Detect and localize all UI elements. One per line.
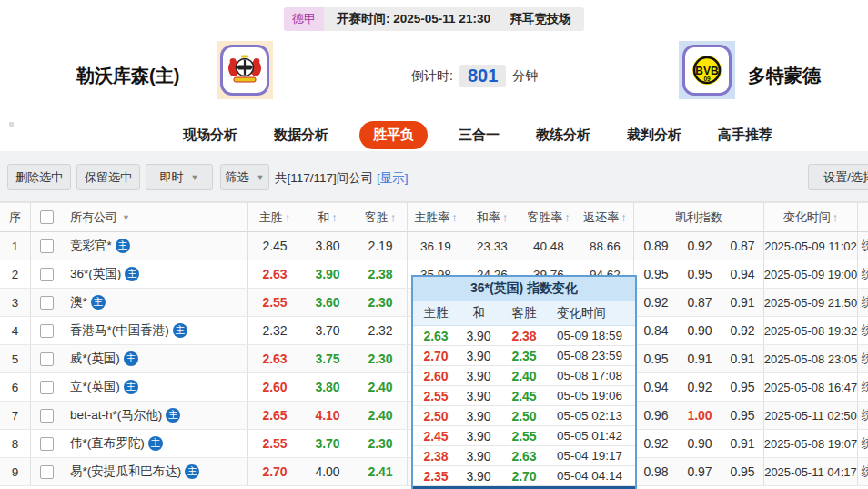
col-header-change-time[interactable]: 变化时间↑	[764, 203, 858, 231]
company-name[interactable]: bet-at-h*(马尔他)主	[62, 402, 248, 429]
away-odds[interactable]: 2.30	[354, 345, 408, 372]
company-name[interactable]: 香港马*(中国香港)主	[62, 317, 248, 344]
home-badge-icon: 主	[124, 351, 138, 366]
table-header-row: 序所有公司▼主胜↑和↑客胜↑主胜率↑和率↑客胜率↑返还率↑凯利指数变化时间↑	[0, 202, 868, 232]
row-checkbox[interactable]	[40, 352, 54, 366]
row-checkbox[interactable]	[40, 268, 54, 281]
home-odds[interactable]: 2.45	[248, 232, 301, 260]
popup-change-time: 05-04 19:17	[550, 446, 635, 465]
col-header-home-rate[interactable]: 主胜率↑	[408, 203, 464, 231]
popup-col-draw-value: 3.90	[459, 366, 499, 385]
popup-odds-row: 2.353.902.7005-04 04:14	[413, 466, 635, 486]
company-name[interactable]: 易*(安提瓜和巴布达)主	[62, 458, 248, 485]
row-select	[31, 345, 62, 372]
show-link[interactable]: [显示]	[377, 171, 409, 185]
popup-col-home-value: 2.50	[413, 406, 459, 425]
away-odds[interactable]: 2.30	[354, 289, 408, 316]
home-odds[interactable]: 2.70	[248, 458, 301, 485]
popup-col-draw-value: 3.90	[459, 346, 499, 365]
tab-win-draw-loss[interactable]: 胜平负	[359, 121, 428, 149]
draw-odds[interactable]: 3.75	[301, 345, 354, 372]
col-header-home-odds[interactable]: 主胜↑	[248, 203, 301, 231]
company-name[interactable]: 威*(英国)主	[62, 345, 248, 372]
company-name[interactable]: 竞彩官*主	[62, 232, 248, 260]
popup-col-time: 变化时间	[550, 301, 635, 325]
change-time: 2025-05-09 11:02	[764, 232, 858, 260]
home-odds[interactable]: 2.55	[248, 289, 301, 316]
popup-col-home-value: 2.63	[413, 326, 459, 345]
home-team-name: 勒沃库森(主)	[76, 64, 179, 88]
col-header-return-rate[interactable]: 返还率↑	[577, 203, 634, 231]
filter-select[interactable]: 筛选▼	[220, 164, 269, 190]
popup-col-draw: 和	[459, 301, 499, 325]
select-all-checkbox[interactable]	[40, 210, 54, 224]
sort-up-icon: ↑	[331, 210, 338, 224]
away-odds[interactable]: 2.38	[354, 260, 408, 288]
draw-odds[interactable]: 4.10	[301, 402, 354, 429]
home-odds[interactable]: 2.65	[248, 402, 301, 429]
home-odds[interactable]: 2.55	[248, 430, 301, 457]
keep-selected-button[interactable]: 保留选中	[76, 164, 140, 190]
company-name[interactable]: 立*(英国)主	[62, 373, 248, 401]
draw-odds[interactable]: 3.80	[301, 232, 354, 260]
change-time: 2025-05-08 23:05	[764, 345, 858, 372]
row-checkbox[interactable]	[40, 239, 54, 253]
popup-col-draw-value: 3.90	[459, 426, 499, 445]
home-odds[interactable]: 2.63	[248, 345, 301, 372]
away-odds[interactable]: 2.30	[354, 430, 408, 457]
row-select	[31, 232, 62, 260]
home-odds[interactable]: 2.60	[248, 373, 301, 401]
col-header-away-rate[interactable]: 客胜率↑	[520, 203, 577, 231]
kelly-home: 0.95	[634, 345, 678, 372]
col-header-seq: 序	[0, 203, 31, 231]
row-checkbox[interactable]	[40, 296, 54, 310]
settings-select-button[interactable]: 设置/选择	[808, 164, 868, 190]
kelly-draw: 0.97	[678, 458, 722, 485]
away-odds[interactable]: 2.19	[354, 232, 408, 260]
row-checkbox[interactable]	[40, 381, 54, 394]
tab-three-in-one[interactable]: 三合一	[453, 121, 505, 149]
col-header-draw-rate[interactable]: 和率↑	[464, 203, 520, 231]
league-badge[interactable]: 德甲	[284, 7, 324, 31]
row-checkbox[interactable]	[40, 437, 54, 451]
draw-odds[interactable]: 3.80	[301, 373, 354, 401]
tab-coach-analysis[interactable]: 教练分析	[530, 121, 596, 149]
away-odds[interactable]: 2.32	[354, 317, 408, 344]
away-odds[interactable]: 2.41	[354, 458, 408, 485]
sort-up-icon: ↑	[833, 210, 839, 224]
away-odds[interactable]: 2.40	[354, 373, 408, 401]
row-checkbox[interactable]	[40, 465, 54, 479]
col-header-company[interactable]: 所有公司▼	[62, 203, 248, 231]
draw-odds[interactable]: 3.60	[301, 289, 354, 316]
popup-col-home-value: 2.60	[413, 366, 459, 385]
company-name[interactable]: 36*(英国)主	[62, 260, 248, 288]
draw-odds[interactable]: 3.70	[301, 317, 354, 344]
away-odds[interactable]: 2.40	[354, 402, 408, 429]
home-badge-icon: 主	[148, 436, 163, 451]
tab-live-analysis[interactable]: 现场分析	[177, 121, 243, 149]
row-seq: 8	[0, 430, 31, 457]
tab-expert-picks[interactable]: 高手推荐	[712, 121, 778, 149]
tab-data-analysis[interactable]: 数据分析	[268, 121, 334, 149]
popup-odds-row: 2.603.902.4005-08 17:08	[413, 366, 635, 386]
col-header-draw-odds[interactable]: 和↑	[301, 203, 354, 231]
home-odds[interactable]: 2.63	[248, 260, 301, 288]
company-name[interactable]: 澳*主	[62, 289, 248, 316]
row-seq: 7	[0, 402, 31, 429]
popup-col-away-value: 2.38	[499, 326, 550, 345]
kickoff-label: 开赛时间:	[337, 12, 390, 25]
tab-referee-analysis[interactable]: 裁判分析	[621, 121, 687, 149]
sort-up-icon: ↑	[564, 210, 570, 224]
company-name[interactable]: 伟*(直布罗陀)主	[62, 430, 248, 457]
time-mode-select[interactable]: 即时▼	[146, 164, 213, 190]
draw-odds[interactable]: 3.90	[301, 260, 354, 288]
row-checkbox[interactable]	[40, 324, 54, 338]
row-checkbox[interactable]	[40, 409, 54, 423]
home-odds[interactable]: 2.32	[248, 317, 301, 344]
draw-odds[interactable]: 4.00	[301, 458, 354, 485]
delete-selected-button[interactable]: 删除选中	[7, 164, 71, 190]
draw-odds[interactable]: 3.70	[301, 430, 354, 457]
countdown-value: 801	[459, 65, 506, 87]
col-header-away-odds[interactable]: 客胜↑	[354, 203, 408, 231]
away-team-logo: BVB 09	[679, 41, 735, 99]
